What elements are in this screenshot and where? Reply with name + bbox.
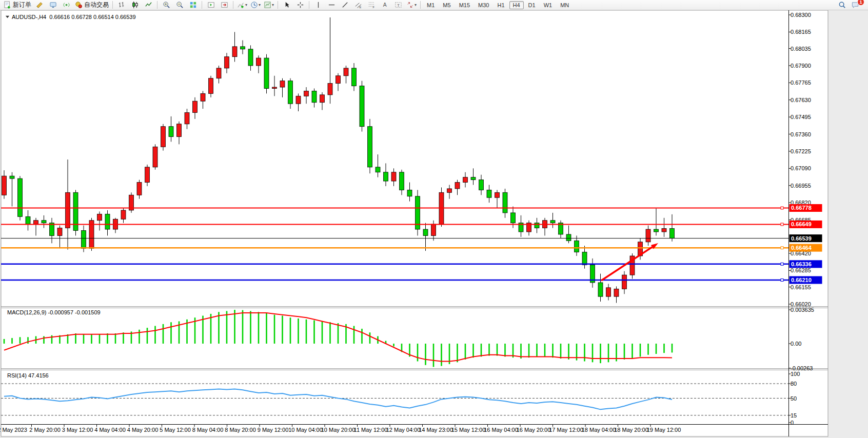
- svg-text:0.67360: 0.67360: [791, 131, 811, 137]
- chart-title-bar: AUDUSD-,H4 0.66616 0.66728 0.66514 0.665…: [5, 14, 136, 20]
- new-order-button[interactable]: 新订单: [2, 0, 33, 10]
- svg-text:10 May 04:00: 10 May 04:00: [288, 427, 323, 433]
- candlestick-icon: [131, 1, 139, 9]
- candlestick-mode-button[interactable]: [128, 0, 142, 10]
- timeframe-button-M5[interactable]: M5: [439, 1, 454, 9]
- svg-text:19 May 12:00: 19 May 12:00: [647, 427, 681, 433]
- indicators-button[interactable]: ▾: [235, 0, 249, 10]
- new-order-label: 新订单: [13, 1, 31, 9]
- macd-values: -0.000957 -0.001509: [48, 309, 100, 315]
- svg-text:0.67495: 0.67495: [791, 114, 811, 120]
- toolbar-separator: [202, 1, 202, 9]
- svg-text:2 May 2023: 2 May 2023: [0, 427, 27, 433]
- svg-text:3 May 12:00: 3 May 12:00: [62, 427, 93, 433]
- svg-text:0.66336: 0.66336: [791, 261, 812, 267]
- svg-text:-0.00263: -0.00263: [791, 365, 813, 371]
- tile-windows-button[interactable]: [186, 0, 200, 10]
- toolbar-separator: [233, 1, 233, 9]
- notifications-button[interactable]: 1: [849, 0, 862, 10]
- chart-window-background: [1, 10, 828, 436]
- equidistant-channel-button[interactable]: E: [351, 0, 365, 10]
- autotrade-icon: [74, 1, 83, 9]
- svg-text:0.003635: 0.003635: [791, 307, 814, 313]
- crosshair-button[interactable]: [293, 0, 307, 10]
- autotrade-button[interactable]: 自动交易: [73, 0, 110, 10]
- svg-text:100: 100: [791, 371, 800, 377]
- dropdown-arrow-icon: ▾: [272, 3, 274, 7]
- bar-chart-mode-button[interactable]: [115, 0, 128, 10]
- cursor-button[interactable]: [280, 0, 293, 10]
- svg-text:F: F: [372, 6, 374, 9]
- svg-text:15: 15: [791, 412, 797, 419]
- text-label-icon: T: [394, 1, 402, 9]
- horizontal-line-button[interactable]: [325, 0, 338, 10]
- template-icon: [264, 1, 271, 9]
- svg-text:18 May 20:00: 18 May 20:00: [614, 427, 648, 433]
- notification-badge: 1: [857, 0, 864, 6]
- svg-text:0.68300: 0.68300: [791, 12, 811, 18]
- timeframe-button-MN[interactable]: MN: [557, 1, 573, 9]
- chart-menu-icon[interactable]: [5, 14, 10, 19]
- toolbar-separator: [309, 1, 309, 9]
- zoom-in-button[interactable]: [160, 0, 173, 10]
- templates-button[interactable]: ▾: [262, 0, 275, 10]
- svg-text:16 May 20:00: 16 May 20:00: [517, 427, 551, 433]
- text-icon: A: [381, 1, 389, 9]
- line-chart-icon: [145, 1, 152, 9]
- svg-text:0.66464: 0.66464: [791, 245, 812, 251]
- line-chart-mode-button[interactable]: [142, 0, 155, 10]
- dropdown-arrow-icon: ▾: [245, 3, 247, 7]
- rsi-header: RSI(14) 47.4156: [7, 372, 49, 379]
- toolbar-separator: [157, 1, 157, 9]
- chart-canvas[interactable]: 0.683000.681650.680350.679000.677650.676…: [0, 0, 868, 438]
- timeframe-button-H4[interactable]: H4: [509, 1, 524, 9]
- svg-text:17 May 12:00: 17 May 12:00: [549, 427, 583, 433]
- vertical-line-button[interactable]: [311, 0, 325, 10]
- signal-icon: [63, 1, 70, 9]
- svg-text:2 May 20:00: 2 May 20:00: [29, 427, 61, 433]
- svg-text:0.67225: 0.67225: [791, 148, 811, 154]
- chart-shift-button[interactable]: [218, 0, 231, 10]
- svg-text:0.66155: 0.66155: [791, 284, 811, 290]
- clock-icon: [250, 1, 258, 9]
- chart-shift-icon: [221, 1, 228, 9]
- market-watch-button[interactable]: [33, 0, 46, 10]
- text-label-button[interactable]: T: [391, 0, 405, 10]
- svg-text:15 May 12:00: 15 May 12:00: [451, 427, 486, 433]
- svg-text:T: T: [397, 3, 400, 8]
- timeframe-button-W1[interactable]: W1: [540, 1, 556, 9]
- timeframe-button-M30[interactable]: M30: [475, 1, 492, 9]
- timeframe-button-M15[interactable]: M15: [456, 1, 474, 9]
- svg-text:16 May 04:00: 16 May 04:00: [484, 427, 518, 433]
- search-button[interactable]: [835, 0, 849, 10]
- auto-scroll-button[interactable]: [204, 0, 218, 10]
- svg-text:0.66649: 0.66649: [791, 221, 812, 227]
- timeframe-button-M1[interactable]: M1: [423, 1, 438, 9]
- svg-text:0.66285: 0.66285: [791, 267, 811, 273]
- svg-text:10 May 20:00: 10 May 20:00: [321, 427, 356, 433]
- timeframe-button-D1[interactable]: D1: [525, 1, 539, 9]
- publisher-button[interactable]: [46, 0, 60, 10]
- macd-label: MACD(12,26,9): [7, 309, 46, 315]
- horn-icon: [36, 1, 44, 9]
- trendline-button[interactable]: [338, 0, 351, 10]
- signal-button[interactable]: [60, 0, 73, 10]
- svg-text:0.67090: 0.67090: [791, 165, 811, 171]
- svg-text:14 May 23:00: 14 May 23:00: [419, 427, 453, 433]
- fibonacci-button[interactable]: F: [365, 0, 378, 10]
- zoom-out-icon: [176, 1, 184, 9]
- toolbar-separator: [112, 1, 113, 9]
- timeframe-button-H1[interactable]: H1: [494, 1, 508, 9]
- macd-header: MACD(12,26,9) -0.000957 -0.001509: [7, 309, 101, 315]
- text-button[interactable]: A: [378, 0, 391, 10]
- svg-text:4 May 04:00: 4 May 04:00: [94, 427, 126, 433]
- svg-text:8 May 20:00: 8 May 20:00: [225, 427, 256, 433]
- arrows-button[interactable]: ▾: [405, 0, 418, 10]
- svg-text:0.66539: 0.66539: [791, 235, 812, 242]
- svg-text:0.66955: 0.66955: [791, 183, 811, 189]
- tile-windows-icon: [189, 1, 197, 9]
- periods-button[interactable]: ▾: [249, 0, 262, 10]
- svg-text:50: 50: [791, 395, 797, 402]
- zoom-out-button[interactable]: [173, 0, 186, 10]
- rsi-label: RSI(14): [7, 372, 27, 379]
